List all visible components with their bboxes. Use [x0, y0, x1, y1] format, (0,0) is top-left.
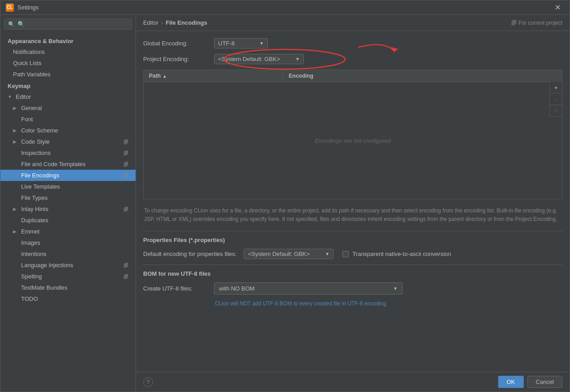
- create-utf8-dropdown[interactable]: with NO BOM ▼: [214, 282, 403, 295]
- global-encoding-dropdown[interactable]: UTF-8 ▼: [214, 38, 268, 48]
- table-header: Path ▲ Encoding: [144, 70, 562, 82]
- create-utf8-label: Create UTF-8 files:: [143, 285, 210, 292]
- sidebar-item-spelling-label: Spelling: [21, 273, 42, 280]
- sidebar-item-duplicates[interactable]: ▶ Duplicates: [0, 215, 136, 226]
- code-style-badge: 🗐: [123, 139, 128, 145]
- transparent-row: Transparent native-to-ascii conversion: [342, 251, 451, 257]
- sidebar-item-duplicates-label: Duplicates: [21, 217, 48, 224]
- properties-section-label: Properties Files (*.properties): [143, 237, 562, 243]
- global-encoding-value: UTF-8: [218, 40, 235, 47]
- sidebar-item-file-and-code-templates[interactable]: ▶ File and Code Templates 🗐: [0, 159, 136, 170]
- default-encoding-value: <System Default: GBK>: [248, 251, 310, 257]
- global-encoding-dropdown-arrow: ▼: [259, 41, 264, 46]
- titlebar: CL Settings ✕: [0, 0, 570, 15]
- table-col-path: Path ▲: [144, 70, 283, 82]
- sidebar-item-intentions-label: Intentions: [21, 251, 46, 257]
- search-box[interactable]: 🔍: [4, 18, 132, 30]
- sidebar-item-quick-lists[interactable]: Quick Lists: [0, 57, 136, 69]
- inlay-hints-expand-icon: ▶: [13, 207, 18, 211]
- cancel-button[interactable]: Cancel: [527, 376, 562, 388]
- add-path-button[interactable]: +: [550, 82, 562, 93]
- sidebar-item-general-label: General: [21, 105, 42, 111]
- sidebar-item-path-variables-label: Path Variables: [13, 71, 51, 78]
- bom-section-label: BOM for new UTF-8 files: [143, 270, 562, 277]
- section-divider-2: [143, 264, 562, 265]
- table-actions: + − ✎: [549, 82, 562, 117]
- breadcrumb-current: File Encodings: [166, 19, 207, 26]
- sidebar-item-file-encodings-label: File Encodings: [21, 172, 59, 179]
- sidebar-item-notifications-label: Notifications: [13, 48, 45, 55]
- search-input[interactable]: [18, 21, 128, 27]
- sidebar-item-general[interactable]: ▶ General: [0, 102, 136, 114]
- code-style-expand-icon: ▶: [13, 139, 18, 144]
- sidebar-item-images-label: Images: [21, 239, 40, 246]
- project-encoding-dropdown-arrow: ▼: [295, 57, 300, 62]
- panel-content: Global Encoding: UTF-8 ▼ Project Encodin…: [136, 31, 570, 372]
- inlay-hints-badge: 🗐: [123, 207, 128, 212]
- create-utf8-dropdown-arrow: ▼: [393, 286, 398, 291]
- sidebar-item-font[interactable]: ▶ Font: [0, 114, 136, 125]
- sidebar-item-color-scheme-label: Color Scheme: [21, 127, 58, 134]
- sidebar-item-color-scheme[interactable]: ▶ Color Scheme: [0, 125, 136, 136]
- sidebar-item-todo[interactable]: ▶ TODO: [0, 293, 136, 304]
- search-icon: 🔍: [8, 21, 15, 27]
- sidebar-item-language-injections[interactable]: ▶ Language Injections 🗐: [0, 260, 136, 271]
- sidebar-item-live-templates[interactable]: ▶ Live Templates: [0, 181, 136, 192]
- sidebar-item-images[interactable]: ▶ Images: [0, 237, 136, 248]
- sidebar-item-intentions[interactable]: ▶ Intentions: [0, 248, 136, 260]
- breadcrumb-separator: ›: [161, 19, 163, 26]
- sidebar-list: Appearance & Behavior Notifications Quic…: [0, 33, 136, 392]
- edit-path-button[interactable]: ✎: [550, 105, 562, 117]
- close-button[interactable]: ✕: [551, 1, 564, 13]
- help-button[interactable]: ?: [143, 377, 153, 387]
- sidebar-item-file-templates-label: File and Code Templates: [21, 161, 86, 167]
- project-encoding-row: Project Encoding: <System Default: GBK> …: [143, 54, 562, 64]
- emmet-expand-icon: ▶: [13, 229, 18, 234]
- main-content: 🔍 Appearance & Behavior Notifications Qu…: [0, 15, 570, 392]
- sidebar-item-code-style-label: Code Style: [21, 138, 50, 145]
- sidebar-group-appearance: Appearance & Behavior: [0, 35, 136, 46]
- sidebar-item-emmet-label: Emmet: [21, 228, 39, 235]
- section-divider-1: [143, 231, 562, 231]
- main-panel: Editor › File Encodings 🗐 For current pr…: [136, 15, 570, 392]
- remove-path-button[interactable]: −: [550, 93, 562, 105]
- sidebar-group-editor[interactable]: ▼ Editor: [0, 91, 136, 102]
- default-encoding-label: Default encoding for properties files:: [143, 251, 237, 257]
- spelling-badge: 🗐: [123, 274, 128, 279]
- settings-window: CL Settings ✕ 🔍 Appearance & Behavior No…: [0, 0, 570, 392]
- bom-note-link[interactable]: UTF-8 BOM: [263, 300, 292, 307]
- color-scheme-expand-icon: ▶: [13, 128, 18, 133]
- sidebar-item-notifications[interactable]: Notifications: [0, 46, 136, 57]
- sidebar-editor-label: Editor: [16, 93, 31, 100]
- sidebar-item-textmate-bundles[interactable]: ▶ TextMate Bundles: [0, 282, 136, 293]
- project-label: For current project: [518, 20, 562, 26]
- ok-button[interactable]: OK: [498, 376, 524, 388]
- sidebar-item-file-encodings[interactable]: ▶ File Encodings 🗐: [0, 170, 136, 181]
- sidebar-item-inspections[interactable]: ▶ Inspections 🗐: [0, 147, 136, 159]
- sidebar-item-live-templates-label: Live Templates: [21, 183, 60, 190]
- sidebar-item-spelling[interactable]: ▶ Spelling 🗐: [0, 271, 136, 282]
- transparent-label: Transparent native-to-ascii conversion: [352, 251, 451, 257]
- transparent-checkbox[interactable]: [342, 251, 349, 257]
- project-icon: 🗐: [511, 20, 517, 26]
- sidebar-item-inspections-label: Inspections: [21, 150, 51, 156]
- path-col-label: Path: [149, 73, 161, 79]
- global-encoding-row: Global Encoding: UTF-8 ▼: [143, 38, 562, 48]
- sidebar-item-emmet[interactable]: ▶ Emmet: [0, 226, 136, 237]
- bom-note-prefix: CLion will NOT add: [215, 300, 263, 307]
- table-col-encoding: Encoding: [283, 70, 562, 82]
- sidebar-item-inlay-hints[interactable]: ▶ Inlay Hints 🗐: [0, 203, 136, 215]
- table-empty-message: Encodings are not configured: [315, 137, 390, 144]
- project-encoding-dropdown[interactable]: <System Default: GBK> ▼: [214, 54, 304, 64]
- default-encoding-dropdown[interactable]: <System Default: GBK> ▼: [244, 249, 333, 259]
- sidebar-item-file-types[interactable]: ▶ File Types: [0, 192, 136, 203]
- project-encoding-value: <System Default: GBK>: [218, 56, 280, 62]
- sidebar-item-quick-lists-label: Quick Lists: [13, 60, 42, 66]
- sidebar-item-path-variables[interactable]: Path Variables: [0, 69, 136, 80]
- editor-collapse-icon: ▼: [8, 94, 13, 99]
- encoding-col-label: Encoding: [289, 73, 313, 79]
- sort-asc-icon: ▲: [162, 74, 167, 79]
- breadcrumb-project: 🗐 For current project: [511, 20, 562, 26]
- sidebar: 🔍 Appearance & Behavior Notifications Qu…: [0, 15, 136, 392]
- sidebar-item-code-style[interactable]: ▶ Code Style 🗐: [0, 136, 136, 147]
